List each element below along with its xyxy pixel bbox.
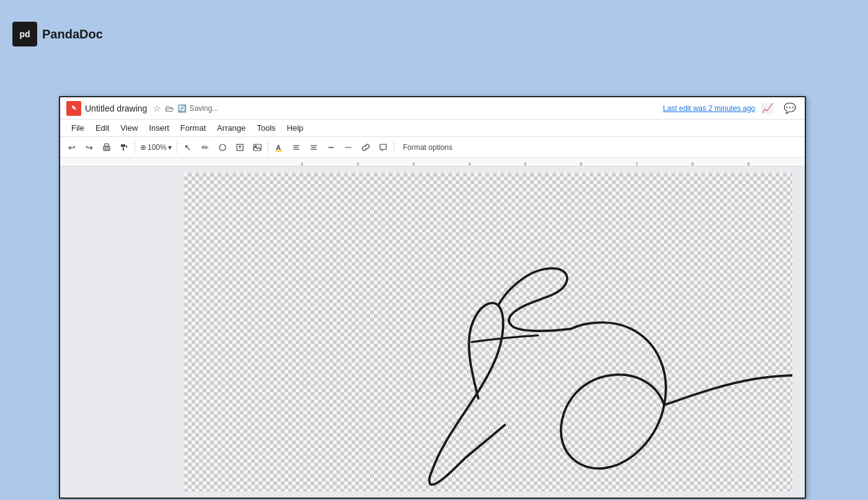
dash-short-button[interactable]	[323, 139, 339, 156]
menu-bar: File Edit View Insert Format Arrange Too…	[60, 120, 805, 137]
svg-rect-2	[105, 148, 108, 150]
canvas-inner[interactable]	[184, 173, 792, 491]
select-tool-button[interactable]: ↖	[180, 139, 196, 156]
svg-text:6: 6	[580, 161, 583, 167]
document-title[interactable]: Untitled drawing	[85, 103, 147, 113]
pandadoc-bar: pd PandaDoc	[0, 0, 868, 68]
toolbar-sep-3	[268, 141, 268, 154]
zoom-dropdown-icon: ▾	[168, 143, 172, 152]
draw-tool-button[interactable]: ✏	[197, 139, 213, 156]
drawing-canvas[interactable]	[184, 173, 792, 491]
last-edit-link[interactable]: Last edit was 2 minutes ago	[663, 104, 755, 113]
toolbar-sep-2	[177, 141, 177, 154]
svg-text:A: A	[276, 144, 281, 151]
print-button[interactable]	[99, 139, 115, 156]
svg-text:1: 1	[301, 161, 304, 167]
drawing-window: ✎ Untitled drawing ☆ 🗁 🔄 Saving... Last …	[59, 96, 806, 499]
svg-point-3	[219, 144, 226, 151]
toolbar-sep-4	[394, 141, 394, 154]
drawing-icon-text: ✎	[71, 105, 76, 112]
comments-icon[interactable]: 💬	[781, 100, 799, 117]
signature-svg	[184, 173, 792, 491]
align-center-button[interactable]	[306, 139, 322, 156]
align-left-button[interactable]	[288, 139, 304, 156]
image-button[interactable]	[249, 139, 265, 156]
menu-file[interactable]: File	[66, 121, 89, 134]
svg-rect-10	[276, 150, 282, 151]
present-icon[interactable]: 📈	[759, 100, 776, 117]
zoom-level: 100%	[148, 143, 167, 152]
line-color-button[interactable]: A	[271, 139, 287, 156]
shapes-button[interactable]	[215, 139, 231, 156]
folder-icon[interactable]: 🗁	[165, 103, 174, 113]
svg-text:8: 8	[691, 161, 694, 167]
dash-long-button[interactable]	[340, 139, 356, 156]
format-paint-button[interactable]	[116, 139, 132, 156]
svg-text:5: 5	[524, 161, 527, 167]
menu-edit[interactable]: Edit	[91, 121, 114, 134]
ruler: 1 2 3 4 5 6 7 8 9	[60, 158, 805, 167]
saving-text: Saving...	[189, 104, 218, 113]
menu-help[interactable]: Help	[282, 121, 309, 134]
svg-text:7: 7	[636, 161, 639, 167]
toolbar-sep-1	[135, 141, 135, 154]
textbox-button[interactable]	[232, 139, 248, 156]
svg-text:9: 9	[747, 161, 750, 167]
svg-text:2: 2	[356, 161, 360, 167]
menu-insert[interactable]: Insert	[144, 121, 174, 134]
zoom-icon: ⊕	[140, 143, 146, 152]
saving-icon: 🔄	[177, 104, 187, 113]
menu-format[interactable]: Format	[175, 121, 211, 134]
link-button[interactable]	[358, 139, 374, 156]
undo-button[interactable]: ↩	[64, 139, 80, 156]
menu-arrange[interactable]: Arrange	[212, 121, 250, 134]
svg-text:3: 3	[412, 161, 415, 167]
toolbar: ↩ ↪ ⊕ 100% ▾ ↖ ✏	[60, 137, 805, 158]
menu-tools[interactable]: Tools	[252, 121, 280, 134]
pandadoc-logo[interactable]: pd PandaDoc	[12, 22, 103, 46]
comment-button[interactable]	[375, 139, 391, 156]
svg-text:4: 4	[468, 161, 471, 167]
logo-letters: pd	[19, 29, 30, 39]
redo-button[interactable]: ↪	[81, 139, 97, 156]
title-actions: 📈 💬	[759, 100, 799, 117]
format-options-button[interactable]: Format options	[399, 142, 456, 153]
drawing-app-icon: ✎	[66, 101, 81, 116]
saving-indicator: 🔄 Saving...	[177, 104, 218, 113]
canvas-area[interactable]	[60, 167, 805, 498]
star-icon[interactable]: ☆	[153, 103, 161, 113]
pandadoc-logo-icon: pd	[12, 22, 37, 46]
menu-view[interactable]: View	[115, 121, 143, 134]
pandadoc-name: PandaDoc	[42, 27, 103, 42]
title-bar: ✎ Untitled drawing ☆ 🗁 🔄 Saving... Last …	[60, 97, 805, 120]
zoom-control[interactable]: ⊕ 100% ▾	[138, 142, 174, 153]
